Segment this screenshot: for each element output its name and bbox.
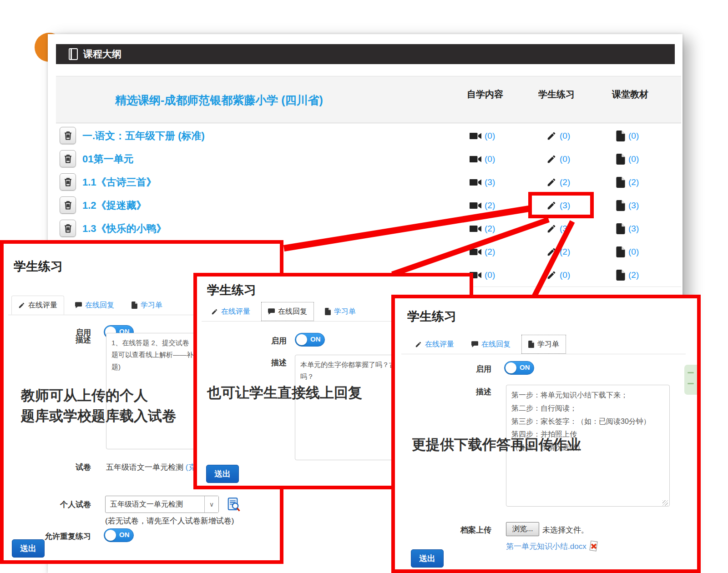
- file-icon: [616, 270, 625, 281]
- material-count-link[interactable]: (0): [628, 154, 639, 164]
- tab-worksheet[interactable]: 学习单: [521, 335, 566, 354]
- delete-row-button[interactable]: [60, 150, 76, 167]
- material-count-link[interactable]: (3): [628, 224, 639, 234]
- enable-toggle[interactable]: ON: [504, 361, 534, 375]
- enable-label: 启用: [197, 336, 287, 346]
- tab-online-reply[interactable]: 在线回复: [261, 302, 314, 321]
- delete-row-button[interactable]: [60, 127, 76, 144]
- pencil-icon: [546, 131, 556, 141]
- row-title-link[interactable]: 一.语文：五年级下册 (标准): [82, 124, 205, 147]
- preview-exam-icon[interactable]: [228, 498, 240, 512]
- toggle-on-label: ON: [520, 363, 530, 371]
- self-study-count-link[interactable]: (2): [485, 247, 495, 257]
- material-count-link[interactable]: (0): [628, 131, 639, 141]
- row-title-link[interactable]: 1.3《快乐的小鸭》: [82, 217, 167, 240]
- self-study-count-link[interactable]: (2): [485, 224, 495, 234]
- video-icon: [470, 155, 481, 164]
- delete-row-button[interactable]: [60, 173, 76, 191]
- video-icon: [470, 178, 481, 187]
- file-icon: [616, 131, 625, 141]
- trash-icon: [64, 154, 72, 163]
- delete-file-icon[interactable]: [588, 540, 599, 552]
- tab-online-assessment[interactable]: 在线评量: [409, 335, 460, 354]
- popup-title: 学生练习: [14, 258, 63, 275]
- trash-icon: [64, 201, 72, 210]
- self-study-count-link[interactable]: (0): [485, 270, 495, 280]
- side-green-badge: [684, 365, 697, 395]
- row-title-link[interactable]: 1.1《古诗三首》: [82, 171, 157, 194]
- enable-toggle[interactable]: ON: [295, 333, 325, 347]
- file-icon: [528, 341, 534, 348]
- uploaded-file-link[interactable]: 第一单元知识小结.docx: [506, 541, 586, 552]
- material-count-link[interactable]: (0): [628, 247, 639, 257]
- annotation-text: 教师可从上传的个人 题库或学校题库载入试卷: [21, 386, 176, 427]
- enable-label: 启用: [395, 364, 491, 374]
- self-study-count-link[interactable]: (3): [485, 177, 495, 187]
- tab-online-assessment[interactable]: 在线评量: [11, 296, 64, 315]
- practice-count-link[interactable]: (0): [560, 154, 570, 164]
- practice-count-link[interactable]: (0): [560, 270, 570, 280]
- browse-button[interactable]: 浏览...: [506, 522, 539, 536]
- chevron-down-icon: ∨: [204, 496, 218, 513]
- trash-icon: [64, 224, 72, 233]
- delete-row-button[interactable]: [60, 196, 76, 214]
- textarea-resize-grip[interactable]: [662, 500, 668, 506]
- personal-exam-hint: (若无试卷，请先至个人试卷新增试卷): [105, 516, 234, 526]
- file-icon: [616, 200, 625, 211]
- tab-online-reply[interactable]: 在线回复: [69, 296, 121, 315]
- tab-label: 在线评量: [425, 340, 454, 349]
- table-row-highlighted: 1.2《捉迷藏》 (2) (3) (3): [56, 194, 681, 217]
- row-title-link[interactable]: 01第一单元: [82, 147, 133, 171]
- video-icon: [470, 247, 481, 256]
- tab-label: 学习单: [141, 301, 162, 310]
- pencil-icon: [211, 308, 218, 315]
- window-titlebar: 课程大纲: [56, 44, 675, 64]
- no-file-selected-text: 未选择文件。: [542, 525, 589, 535]
- tab-worksheet[interactable]: 学习单: [318, 302, 362, 321]
- self-study-count-link[interactable]: (0): [485, 154, 495, 164]
- self-study-count-link[interactable]: (2): [485, 201, 495, 211]
- pencil-icon: [546, 201, 556, 211]
- tab-label: 在线回复: [278, 307, 307, 317]
- comment-icon: [75, 302, 82, 308]
- delete-row-button[interactable]: [60, 220, 76, 237]
- popup-worksheet: 学生练习 在线评量 在线回复 学习单 启用 ON 描述 第一步：将单元知识小结下…: [391, 295, 701, 573]
- video-icon: [470, 224, 481, 233]
- material-count-link[interactable]: (2): [628, 270, 639, 280]
- personal-exam-select[interactable]: 五年级语文一单元检测 ∨: [105, 496, 219, 513]
- tab-online-assessment[interactable]: 在线评量: [205, 302, 257, 321]
- material-count-link[interactable]: (3): [628, 201, 639, 211]
- table-row: 1.3《快乐的小鸭》 (2) (3) (3): [56, 217, 681, 241]
- file-icon: [616, 223, 625, 234]
- pencil-icon: [415, 341, 422, 348]
- tab-online-reply[interactable]: 在线回复: [465, 335, 517, 354]
- select-value: 五年级语文一单元检测: [106, 500, 204, 509]
- material-count-link[interactable]: (2): [628, 177, 639, 187]
- toggle-knob: [296, 334, 307, 345]
- self-study-count-link[interactable]: (0): [485, 131, 495, 141]
- screenshot-stage: 课程大纲 精选课纲-成都师范银都紫藤小学 (四川省) 自学内容 学生练习 课堂教…: [0, 0, 728, 573]
- practice-count-link[interactable]: (2): [560, 177, 570, 187]
- row-title-link[interactable]: 1.2《捉迷藏》: [82, 194, 147, 217]
- tab-worksheet[interactable]: 学习单: [125, 296, 169, 315]
- practice-count-link[interactable]: (3): [560, 201, 570, 211]
- practice-count-link[interactable]: (2): [560, 247, 570, 257]
- practice-count-link[interactable]: (3): [560, 224, 570, 234]
- practice-count-link[interactable]: (0): [560, 131, 570, 141]
- pencil-icon: [546, 224, 556, 234]
- allow-repeat-toggle[interactable]: ON: [104, 528, 134, 542]
- tab-label: 在线评量: [28, 301, 57, 310]
- toggle-knob: [105, 530, 116, 541]
- exam-name: 五年级语文一单元检测: [106, 463, 183, 472]
- tab-label: 学习单: [334, 307, 356, 317]
- video-icon: [470, 201, 481, 210]
- file-icon: [616, 246, 625, 257]
- table-row: 一.语文：五年级下册 (标准) (0) (0) (0): [56, 124, 681, 148]
- course-outline-title: 精选课纲-成都师范银都紫藤小学 (四川省): [115, 93, 323, 108]
- submit-button[interactable]: 送出: [12, 539, 45, 558]
- pencil-icon: [546, 154, 556, 164]
- file-icon: [131, 302, 137, 309]
- submit-button[interactable]: 送出: [411, 549, 444, 568]
- trash-icon: [64, 131, 72, 140]
- submit-button[interactable]: 送出: [206, 465, 239, 483]
